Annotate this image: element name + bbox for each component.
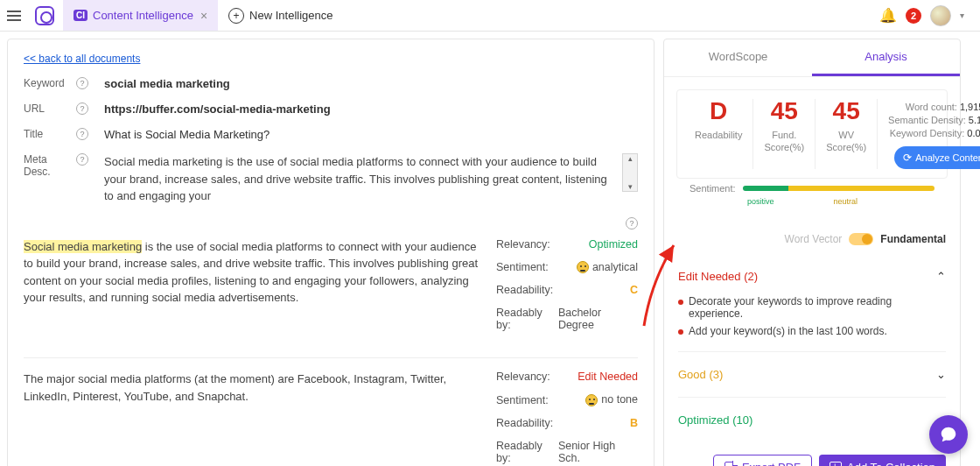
help-icon[interactable]: ? xyxy=(76,128,88,140)
sentiment-positive-label: positive xyxy=(747,197,774,206)
label-readability: Readability: xyxy=(496,417,553,429)
semantic-density: 5.108% xyxy=(969,115,980,125)
tab-new-intelligence[interactable]: + New Intelligence xyxy=(218,0,343,31)
export-pdf-button[interactable]: Export PDF xyxy=(713,455,812,466)
close-icon[interactable]: × xyxy=(200,9,207,23)
add-collection-button[interactable]: Add To Collection xyxy=(819,455,946,466)
back-link[interactable]: << back to all documents xyxy=(24,53,140,65)
tab-label: Content Intelligence xyxy=(93,9,193,22)
label-relevancy: Relevancy: xyxy=(496,371,550,383)
value-readability: C xyxy=(630,284,638,296)
accordion-optimized[interactable]: Optimized (10) ⌄ xyxy=(678,398,946,442)
segment-text: The major social media platforms (at the… xyxy=(24,371,496,466)
readability-grade: D xyxy=(695,99,742,124)
bell-icon[interactable]: 🔔 xyxy=(879,7,897,24)
menu-icon[interactable] xyxy=(7,5,28,26)
help-icon[interactable]: ? xyxy=(626,217,638,229)
pdf-icon xyxy=(724,462,737,467)
accordion-good[interactable]: Good (3) ⌄ xyxy=(678,352,946,398)
chat-fab[interactable] xyxy=(929,415,968,454)
list-item: Decorate your keywords to improve readin… xyxy=(678,295,946,320)
list-item: Add your keyword(s) in the last 100 word… xyxy=(678,325,946,337)
value-meta-desc: Social media marketing is the use of soc… xyxy=(104,153,615,205)
face-icon xyxy=(577,261,589,273)
label-sentiment: Sentiment: xyxy=(496,261,549,273)
value-readably: Senior High Sch. xyxy=(558,440,638,464)
chat-icon xyxy=(939,425,958,444)
label-readably: Readably by: xyxy=(496,307,558,331)
tab-analysis[interactable]: Analysis xyxy=(812,39,960,76)
highlight-keyword: Social media marketing xyxy=(24,240,142,253)
sentiment-bar xyxy=(743,186,934,191)
segment-text: Social media marketing is the use of soc… xyxy=(24,238,496,342)
accordion-edit-needed[interactable]: Edit Needed (2) ⌃ xyxy=(678,254,946,290)
value-sentiment: no tone xyxy=(585,393,638,406)
collection-icon xyxy=(830,462,842,467)
label-title: Title xyxy=(24,128,72,140)
sentiment-neutral-label: neutral xyxy=(834,197,858,206)
value-keyword: social media marketing xyxy=(104,77,638,90)
chevron-down-icon[interactable]: ▾ xyxy=(960,11,964,20)
fundamental-label: Fundamental xyxy=(880,233,946,245)
scrollbar[interactable]: ▴▾ xyxy=(622,153,638,192)
tab-badge: CI xyxy=(74,10,88,21)
app-logo xyxy=(35,6,54,25)
label-keyword: Keyword xyxy=(24,77,72,89)
label-sentiment: Sentiment: xyxy=(496,394,549,406)
readability-label: Readability xyxy=(695,129,742,141)
keyword-density: 0.016% xyxy=(967,128,980,138)
chevron-down-icon: ⌄ xyxy=(936,368,946,381)
face-icon xyxy=(585,394,598,406)
fund-score: 45 xyxy=(764,99,804,124)
label-readably: Readably by: xyxy=(496,440,558,464)
wv-score: 45 xyxy=(826,99,866,124)
chevron-up-icon: ⌃ xyxy=(936,270,946,283)
score-card: D Readability 45 Fund.Score(%) 45 WVScor… xyxy=(676,89,948,179)
wordvector-label: Word Vector xyxy=(785,233,843,245)
notification-count[interactable]: 2 xyxy=(906,8,921,24)
value-title: What is Social Media Marketing? xyxy=(104,128,638,141)
value-sentiment: analytical xyxy=(577,261,638,274)
label-meta: Meta Desc. xyxy=(24,153,72,178)
help-icon[interactable]: ? xyxy=(76,102,88,115)
label-url: URL xyxy=(24,102,72,115)
value-readably: Bachelor Degree xyxy=(558,307,638,331)
value-readability: B xyxy=(630,417,638,429)
analyze-button[interactable]: Analyze Content xyxy=(894,146,980,169)
wordvector-toggle[interactable] xyxy=(849,233,873,245)
label-readability: Readability: xyxy=(496,284,553,296)
tab-content-intelligence[interactable]: CI Content Intelligence × xyxy=(63,0,218,31)
word-count: 1,915 xyxy=(960,102,980,112)
tab-wordscope[interactable]: WordScope xyxy=(664,39,812,76)
sentiment-label: Sentiment: xyxy=(690,183,736,194)
value-url: https://buffer.com/social-media-marketin… xyxy=(104,102,638,116)
tab-label: New Intelligence xyxy=(249,9,332,22)
value-relevancy: Edit Needed xyxy=(578,371,638,383)
help-icon[interactable]: ? xyxy=(76,153,88,166)
avatar[interactable] xyxy=(930,5,951,26)
value-relevancy: Optimized xyxy=(589,238,638,251)
label-relevancy: Relevancy: xyxy=(496,238,550,251)
plus-icon: + xyxy=(228,8,244,24)
help-icon[interactable]: ? xyxy=(76,77,88,89)
